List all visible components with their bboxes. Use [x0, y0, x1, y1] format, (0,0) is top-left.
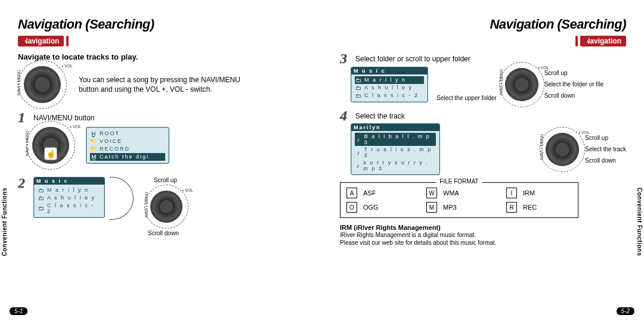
jog-dial-icon [24, 66, 61, 103]
file-format-cell: AASF [346, 188, 412, 198]
navi-dial-step4: NAVI • MENU • VOL [546, 133, 579, 166]
drive-icon: H̲ [91, 130, 97, 137]
lcd-music-list: M u s i c 🗀M a r i l y n 🗀A s h u l l e … [33, 177, 105, 218]
intro-heading: Navigate to locate tracks to play. [18, 52, 304, 61]
lcd-marilyn-list: Marilyn ♪B a l l b a l l . m p 3 ♪T r u … [351, 123, 440, 175]
lcd-item-text: RECORD [100, 146, 130, 152]
folder-icon: 📁 [91, 146, 97, 152]
section-tab-row: Navigation [340, 36, 626, 46]
step-number-1: 1 [18, 111, 29, 124]
step-4-label: Select the track [355, 110, 405, 120]
side-section-label: Convenient Functions [636, 188, 643, 256]
file-format-box: FILE FORMAT AASF WWMA IIRM OOGG MMP3 RRE… [340, 182, 578, 218]
select-folder-file-label: Select the folder or file [544, 81, 604, 88]
step-number-2: 2 [18, 177, 29, 190]
lcd-item: 🗀C l a s s i c - 2 [38, 202, 101, 215]
lcd-item-text: s o r r y s o r r y . m p 3 [363, 160, 435, 172]
page-number: 5-2 [617, 307, 634, 315]
file-format-value: REC [523, 204, 537, 211]
lcd-item: 🗀M a r i l y n [38, 186, 101, 194]
file-format-key: I [506, 188, 517, 198]
lcd-item-text: Catch the digi [100, 154, 149, 160]
lcd-item: 🗀C l a s s i c - 2 [355, 92, 424, 99]
lcd-item-selected: M̲Catch the digi [90, 153, 165, 161]
step-number-4: 4 [340, 110, 351, 123]
file-format-value: ASF [363, 189, 376, 197]
dial-annotations: Scroll up Select the track Scroll down [585, 135, 626, 164]
lcd-item-selected: ♪B a l l b a l l . m p 3 [355, 133, 436, 146]
irm-text-line1: iRiver Rights Management is a digital mu… [340, 231, 626, 239]
lcd-item: ♪s o r r y s o r r y . m p 3 [355, 159, 436, 172]
scroll-down-label: Scroll down [138, 230, 182, 236]
jog-dial-icon [150, 191, 182, 223]
lcd-item-selected: 🗀M a r i l y n [355, 76, 424, 84]
music-file-icon: ♪ [356, 149, 361, 156]
scroll-down-label: Scroll down [544, 92, 604, 99]
music-file-icon: ♪ [356, 136, 362, 143]
file-format-cell: RREC [506, 202, 572, 213]
lcd-header: Marilyn [351, 124, 439, 131]
page-title: Navigation (Searching) [340, 17, 626, 32]
lcd-root-list: H̲ROOT 📁VOICE 📁RECORD M̲Catch the digi [86, 127, 169, 164]
lcd-header: M u s i c [351, 67, 428, 74]
file-format-cell: WWMA [426, 188, 492, 198]
lcd-item-text: A s h u l l e y [364, 85, 413, 91]
file-format-value: MP3 [443, 204, 457, 211]
lcd-item: 🗀A s h u l l e y [38, 194, 101, 202]
file-format-title: FILE FORMAT [436, 178, 482, 185]
file-format-value: IRM [523, 189, 535, 197]
dial-label-navi: NAVI • MENU [17, 70, 21, 95]
lcd-item-text: C l a s s i c - 2 [364, 92, 419, 98]
step-1-label: NAVI/MENU button [33, 111, 94, 122]
navi-dial-step2: NAVI • MENU • VOL [150, 191, 182, 223]
file-format-key: W [426, 188, 437, 198]
dial-label-vol: • VOL [62, 64, 73, 68]
lcd-item-text: C l a s s i c - 2 [47, 202, 100, 214]
irm-text-line2: Please visit our web site for details ab… [340, 239, 626, 247]
music-file-icon: ♪ [356, 163, 361, 169]
file-format-value: OGG [363, 204, 379, 211]
scroll-down-label: Scroll down [585, 157, 626, 164]
lcd-item: 🗀A s h u l l e y [355, 84, 424, 92]
section-tab-navigation: Navigation [580, 36, 626, 46]
step-2: 2 M u s i c 🗀M a r i l y n 🗀A s h u l l … [18, 177, 304, 236]
side-section-label: Convenient Functions [1, 188, 8, 256]
file-format-cell: OOGG [346, 202, 412, 213]
step-1: 1 NAVI/MENU button [18, 111, 304, 124]
scroll-up-label: Scroll up [138, 177, 182, 183]
jog-dial-icon: ☝ [32, 127, 69, 164]
lcd-music2-list: M u s i c 🗀M a r i l y n 🗀A s h u l l e … [351, 67, 428, 102]
intro-description: You can select a song by pressing the NA… [79, 75, 246, 94]
select-track-label: Select the track [585, 146, 626, 152]
scroll-up-label: Scroll up [544, 70, 604, 76]
file-format-cell: IIRM [506, 188, 572, 198]
file-format-key: A [346, 188, 357, 198]
lcd-item: 📁VOICE [90, 138, 165, 145]
music-file-icon: M̲ [91, 154, 97, 160]
file-format-key: O [346, 202, 357, 213]
step-3-label: Select folder or scroll to upper folder [355, 52, 470, 63]
jog-dial-icon [546, 133, 579, 166]
lcd-item: 📁RECORD [90, 145, 165, 153]
step-4: 4 Select the track [340, 110, 626, 123]
navi-dial-diagram: NAVI • MENU • VOL [24, 66, 61, 103]
lcd-item: H̲ROOT [90, 130, 165, 138]
lcd-item-text: ROOT [100, 130, 120, 136]
step-3: 3 Select folder or scroll to upper folde… [340, 52, 626, 66]
lcd-header: M u s i c [34, 177, 104, 185]
finger-press-icon: ☝ [44, 147, 57, 160]
navi-dial-step3: NAVI • MENU • VOL [505, 68, 538, 101]
lcd-item-text: M a r i l y n [364, 77, 406, 83]
select-upper-folder-label: Select the upper folder [436, 95, 497, 102]
manual-page-right: Navigation (Searching) Navigation 3 Sele… [322, 0, 644, 321]
file-format-key: M [426, 202, 437, 213]
lcd-item-text: A s h u l l e y [47, 195, 95, 201]
irm-note: IRM (iRiver Rights Management) iRiver Ri… [340, 224, 626, 247]
lcd-item-text: T r u e l i e s . m p 3 [364, 147, 435, 158]
file-format-key: R [506, 202, 517, 213]
lcd-item-text: M a r i l y n [47, 187, 89, 193]
lcd-item-text: VOICE [100, 138, 122, 144]
scroll-arc-icon [110, 177, 134, 220]
section-tab-navigation: Navigation [18, 36, 64, 46]
lcd-item-text: B a l l b a l l . m p 3 [364, 133, 435, 145]
